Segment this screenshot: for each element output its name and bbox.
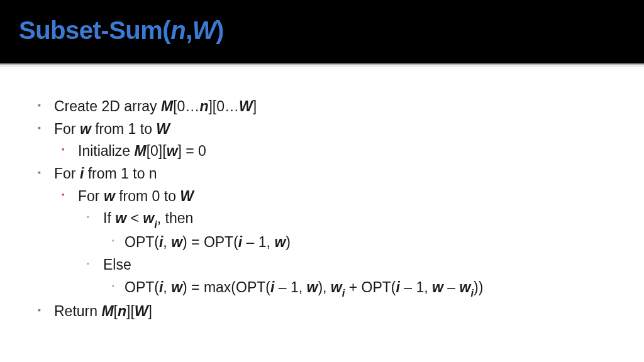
step-for-w-inner: For w from 0 to W If w < wi, then OPT(i,… [62, 185, 606, 300]
step-create-array: Create 2D array M[0…n][0…W] [38, 96, 606, 118]
slide-body: Create 2D array M[0…n][0…W] For w from 1… [0, 65, 644, 323]
algorithm-list: Create 2D array M[0…n][0…W] For w from 1… [38, 96, 606, 323]
step-if: If w < wi, then OPT(i, w) = OPT(i – 1, w… [87, 207, 606, 254]
step-return: Return M[n][W] [38, 300, 606, 323]
title-close: ) [216, 16, 224, 44]
step-for-i: For i from 1 to n For w from 0 to W If w… [38, 163, 606, 300]
title-bar: Subset-Sum(n,W) [0, 0, 644, 65]
step-for-w-init: For w from 1 to W Initialize M[0][w] = 0 [38, 118, 606, 163]
title-arg-w: W [192, 16, 216, 44]
title-func: Subset-Sum( [19, 16, 170, 44]
step-else: Else OPT(i, w) = max(OPT(i – 1, w), wi +… [87, 254, 606, 300]
title-sep: , [186, 16, 192, 44]
step-opt-case2: OPT(i, w) = max(OPT(i – 1, w), wi + OPT(… [112, 277, 606, 300]
step-opt-case1: OPT(i, w) = OPT(i – 1, w) [112, 231, 606, 254]
step-initialize: Initialize M[0][w] = 0 [62, 140, 606, 163]
slide-title: Subset-Sum(n,W) [19, 16, 644, 45]
title-arg-n: n [170, 16, 186, 44]
